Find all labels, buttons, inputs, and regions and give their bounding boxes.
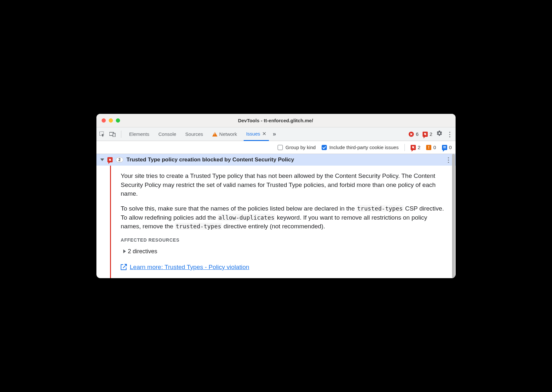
issue-count-badge: 2 xyxy=(116,157,123,162)
checkbox-unchecked-icon xyxy=(278,145,283,150)
tab-elements[interactable]: Elements xyxy=(127,127,152,141)
issues-list: 2 Trusted Type policy creation blocked b… xyxy=(96,154,456,278)
tab-sources[interactable]: Sources xyxy=(183,127,206,141)
issue-menu-icon[interactable]: ⋮ xyxy=(445,156,452,164)
tab-network[interactable]: Network xyxy=(210,127,240,141)
issue-paragraph-1: Your site tries to create a Trusted Type… xyxy=(121,171,446,198)
error-speech-icon xyxy=(423,132,428,137)
learn-more-link[interactable]: Learn more: Trusted Types - Policy viola… xyxy=(121,263,446,272)
info-speech-icon xyxy=(442,145,447,150)
disclosure-triangle-icon xyxy=(100,158,104,161)
checkbox-checked-icon xyxy=(322,145,327,150)
main-toolbar: Elements Console Sources Network Issues … xyxy=(96,127,456,141)
tab-network-label: Network xyxy=(219,131,237,137)
external-link-icon xyxy=(121,264,127,270)
error-speech-icon xyxy=(411,145,416,150)
close-tab-icon[interactable]: ✕ xyxy=(262,131,266,137)
tab-issues[interactable]: Issues ✕ xyxy=(244,127,269,141)
directives-disclosure[interactable]: 2 directives xyxy=(123,247,446,256)
directives-count-label: 2 directives xyxy=(128,247,157,256)
error-circle-icon xyxy=(409,132,414,137)
console-error-count[interactable]: 6 xyxy=(409,131,418,137)
tab-issues-label: Issues xyxy=(246,131,260,136)
scrollbar[interactable] xyxy=(452,154,455,278)
devtools-window: DevTools - tt-enforced.glitch.me/ Elemen… xyxy=(96,114,456,278)
warning-triangle-icon xyxy=(212,132,217,136)
code-trusted-types: trusted-types xyxy=(357,205,403,212)
window-title: DevTools - tt-enforced.glitch.me/ xyxy=(101,118,450,123)
group-by-kind-checkbox[interactable]: Group by kind xyxy=(278,145,315,150)
divider xyxy=(121,131,121,138)
issue-header[interactable]: 2 Trusted Type policy creation blocked b… xyxy=(96,154,456,166)
filter-info-count[interactable]: 0 xyxy=(442,145,452,150)
affected-resources-label: Affected Resources xyxy=(121,237,446,243)
issue-body: Your site tries to create a Trusted Type… xyxy=(96,166,456,278)
issues-error-count[interactable]: 2 xyxy=(423,131,432,137)
disclosure-triangle-right-icon xyxy=(123,249,126,253)
issue-title: Trusted Type policy creation blocked by … xyxy=(127,157,294,163)
more-menu-icon[interactable]: ⋮ xyxy=(447,130,453,138)
more-tabs-chevron-icon[interactable]: » xyxy=(273,131,276,137)
inspect-element-icon[interactable] xyxy=(99,131,105,137)
filter-warn-count[interactable]: ! 0 xyxy=(426,145,436,150)
error-speech-icon xyxy=(107,157,113,162)
tab-console[interactable]: Console xyxy=(156,127,179,141)
titlebar: DevTools - tt-enforced.glitch.me/ xyxy=(96,114,456,127)
filter-error-count[interactable]: 2 xyxy=(411,145,420,150)
svg-rect-2 xyxy=(113,133,115,137)
warning-square-icon: ! xyxy=(426,145,431,150)
divider xyxy=(404,144,405,151)
settings-gear-icon[interactable] xyxy=(436,130,443,138)
learn-more-text[interactable]: Learn more: Trusted Types - Policy viola… xyxy=(130,263,249,272)
code-allow-duplicates: allow-duplicates xyxy=(218,214,275,221)
device-toolbar-icon[interactable] xyxy=(109,131,116,137)
code-trusted-types-2: trusted-types xyxy=(175,223,222,230)
issue-paragraph-2: To solve this, make sure that the names … xyxy=(121,204,446,231)
include-cookies-checkbox[interactable]: Include third-party cookie issues xyxy=(322,145,399,150)
issues-filter-bar: Group by kind Include third-party cookie… xyxy=(96,141,456,154)
